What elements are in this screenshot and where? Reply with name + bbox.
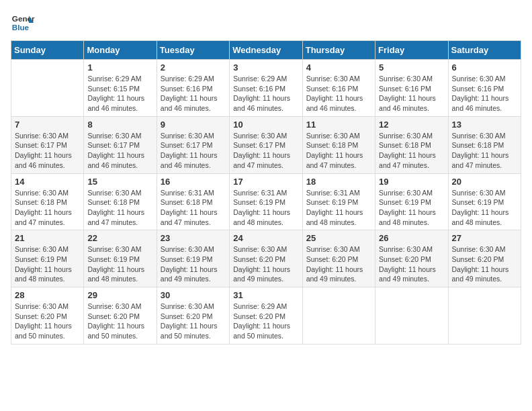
calendar-cell: 12Sunrise: 6:30 AM Sunset: 6:18 PM Dayli… [375,116,448,173]
day-number: 24 [233,233,298,243]
day-number: 6 [452,62,517,73]
day-number: 2 [161,62,226,73]
day-number: 23 [161,233,226,243]
calendar-cell: 10Sunrise: 6:30 AM Sunset: 6:17 PM Dayli… [230,116,302,173]
cell-info: Sunrise: 6:30 AM Sunset: 6:18 PM Dayligh… [452,131,517,171]
cell-info: Sunrise: 6:30 AM Sunset: 6:19 PM Dayligh… [87,244,152,284]
logo-icon: General Blue [11,11,35,35]
day-number: 28 [15,290,80,300]
day-number: 18 [306,177,371,187]
calendar-cell: 9Sunrise: 6:30 AM Sunset: 6:17 PM Daylig… [157,116,229,173]
cell-info: Sunrise: 6:30 AM Sunset: 6:20 PM Dayligh… [306,244,371,284]
day-number: 29 [87,290,152,300]
day-number: 3 [233,62,298,73]
calendar-cell: 25Sunrise: 6:30 AM Sunset: 6:20 PM Dayli… [302,230,375,287]
day-number: 15 [87,177,152,187]
header-row: SundayMondayTuesdayWednesdayThursdayFrid… [11,41,521,60]
calendar-cell: 31Sunrise: 6:29 AM Sunset: 6:20 PM Dayli… [230,287,302,345]
cell-info: Sunrise: 6:30 AM Sunset: 6:17 PM Dayligh… [15,131,80,171]
header-cell-monday: Monday [84,41,157,60]
calendar-cell [375,287,448,345]
cell-info: Sunrise: 6:30 AM Sunset: 6:17 PM Dayligh… [161,131,226,171]
cell-info: Sunrise: 6:31 AM Sunset: 6:18 PM Dayligh… [161,188,226,228]
cell-info: Sunrise: 6:30 AM Sunset: 6:19 PM Dayligh… [452,188,517,228]
calendar-cell: 22Sunrise: 6:30 AM Sunset: 6:19 PM Dayli… [84,230,157,287]
day-number: 20 [452,177,517,187]
cell-info: Sunrise: 6:29 AM Sunset: 6:20 PM Dayligh… [233,302,298,341]
cell-info: Sunrise: 6:30 AM Sunset: 6:17 PM Dayligh… [87,131,152,171]
header-cell-friday: Friday [375,41,448,60]
cell-info: Sunrise: 6:30 AM Sunset: 6:20 PM Dayligh… [15,302,80,341]
day-number: 5 [379,62,444,73]
header-cell-thursday: Thursday [302,41,375,60]
day-number: 9 [161,120,226,130]
calendar-cell [11,60,84,117]
cell-info: Sunrise: 6:30 AM Sunset: 6:17 PM Dayligh… [233,131,298,171]
day-number: 10 [233,120,298,130]
day-number: 21 [15,233,80,243]
cell-info: Sunrise: 6:29 AM Sunset: 6:16 PM Dayligh… [233,74,298,113]
day-number: 31 [233,290,298,300]
day-number: 8 [87,120,152,130]
calendar-cell: 5Sunrise: 6:30 AM Sunset: 6:16 PM Daylig… [375,60,448,117]
day-number: 14 [15,177,80,187]
calendar-cell: 21Sunrise: 6:30 AM Sunset: 6:19 PM Dayli… [11,230,84,287]
cell-info: Sunrise: 6:30 AM Sunset: 6:20 PM Dayligh… [161,302,226,341]
calendar-cell: 15Sunrise: 6:30 AM Sunset: 6:18 PM Dayli… [84,173,157,230]
cell-info: Sunrise: 6:30 AM Sunset: 6:18 PM Dayligh… [87,188,152,228]
calendar-cell: 20Sunrise: 6:30 AM Sunset: 6:19 PM Dayli… [448,173,521,230]
calendar-cell: 4Sunrise: 6:30 AM Sunset: 6:16 PM Daylig… [302,60,375,117]
day-number: 1 [87,62,152,73]
cell-info: Sunrise: 6:30 AM Sunset: 6:19 PM Dayligh… [161,244,226,284]
calendar-cell: 18Sunrise: 6:31 AM Sunset: 6:19 PM Dayli… [302,173,375,230]
cell-info: Sunrise: 6:30 AM Sunset: 6:20 PM Dayligh… [233,244,298,284]
day-number: 17 [233,177,298,187]
day-number: 27 [452,233,517,243]
day-number: 30 [161,290,226,300]
cell-info: Sunrise: 6:30 AM Sunset: 6:20 PM Dayligh… [379,244,444,284]
day-number: 11 [306,120,371,130]
cell-info: Sunrise: 6:30 AM Sunset: 6:16 PM Dayligh… [379,74,444,113]
cell-info: Sunrise: 6:30 AM Sunset: 6:18 PM Dayligh… [379,131,444,171]
calendar-cell: 2Sunrise: 6:29 AM Sunset: 6:16 PM Daylig… [157,60,229,117]
week-row-3: 14Sunrise: 6:30 AM Sunset: 6:18 PM Dayli… [11,173,521,230]
cell-info: Sunrise: 6:30 AM Sunset: 6:16 PM Dayligh… [306,74,371,113]
week-row-4: 21Sunrise: 6:30 AM Sunset: 6:19 PM Dayli… [11,230,521,287]
calendar-cell: 6Sunrise: 6:30 AM Sunset: 6:16 PM Daylig… [448,60,521,117]
header-cell-tuesday: Tuesday [157,41,229,60]
calendar-cell [302,287,375,345]
week-row-2: 7Sunrise: 6:30 AM Sunset: 6:17 PM Daylig… [11,116,521,173]
day-number: 19 [379,177,444,187]
cell-info: Sunrise: 6:31 AM Sunset: 6:19 PM Dayligh… [233,188,298,228]
cell-info: Sunrise: 6:29 AM Sunset: 6:16 PM Dayligh… [161,74,226,113]
calendar-cell: 14Sunrise: 6:30 AM Sunset: 6:18 PM Dayli… [11,173,84,230]
calendar-cell: 24Sunrise: 6:30 AM Sunset: 6:20 PM Dayli… [230,230,302,287]
calendar-cell: 11Sunrise: 6:30 AM Sunset: 6:18 PM Dayli… [302,116,375,173]
cell-info: Sunrise: 6:30 AM Sunset: 6:16 PM Dayligh… [452,74,517,113]
calendar-cell: 8Sunrise: 6:30 AM Sunset: 6:17 PM Daylig… [84,116,157,173]
calendar-cell [448,287,521,345]
day-number: 4 [306,62,371,73]
logo: General Blue [11,11,35,35]
cell-info: Sunrise: 6:29 AM Sunset: 6:15 PM Dayligh… [87,74,152,113]
cell-info: Sunrise: 6:30 AM Sunset: 6:20 PM Dayligh… [87,302,152,341]
calendar-body: 1Sunrise: 6:29 AM Sunset: 6:15 PM Daylig… [11,60,521,345]
calendar-cell: 23Sunrise: 6:30 AM Sunset: 6:19 PM Dayli… [157,230,229,287]
day-number: 26 [379,233,444,243]
cell-info: Sunrise: 6:30 AM Sunset: 6:18 PM Dayligh… [306,131,371,171]
header-cell-wednesday: Wednesday [230,41,302,60]
day-number: 13 [452,120,517,130]
calendar-cell: 3Sunrise: 6:29 AM Sunset: 6:16 PM Daylig… [230,60,302,117]
calendar-cell: 19Sunrise: 6:30 AM Sunset: 6:19 PM Dayli… [375,173,448,230]
cell-info: Sunrise: 6:31 AM Sunset: 6:19 PM Dayligh… [306,188,371,228]
day-number: 22 [87,233,152,243]
week-row-5: 28Sunrise: 6:30 AM Sunset: 6:20 PM Dayli… [11,287,521,345]
header-cell-saturday: Saturday [448,41,521,60]
svg-text:Blue: Blue [12,23,30,32]
day-number: 12 [379,120,444,130]
calendar-header: SundayMondayTuesdayWednesdayThursdayFrid… [11,41,521,60]
cell-info: Sunrise: 6:30 AM Sunset: 6:19 PM Dayligh… [15,244,80,284]
calendar-cell: 17Sunrise: 6:31 AM Sunset: 6:19 PM Dayli… [230,173,302,230]
day-number: 7 [15,120,80,130]
calendar-cell: 7Sunrise: 6:30 AM Sunset: 6:17 PM Daylig… [11,116,84,173]
